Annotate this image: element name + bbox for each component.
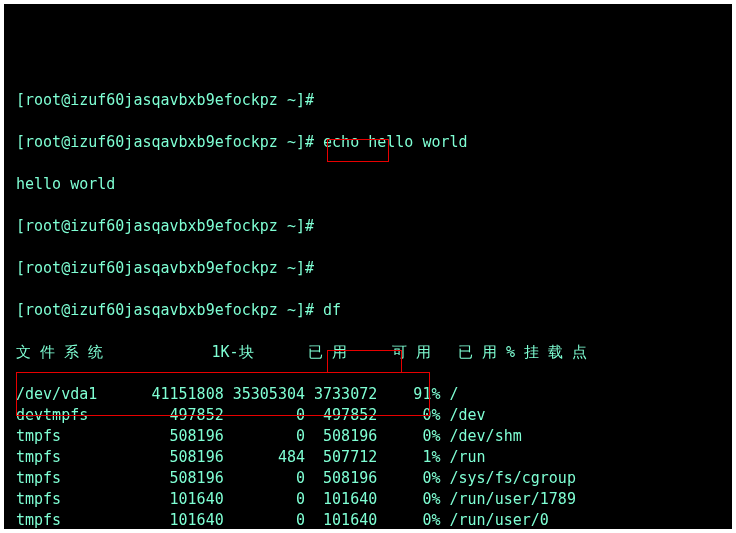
- prompt-line: [root@izuf60jasqavbxb9efockpz ~]#: [16, 216, 724, 237]
- blank-line: [16, 48, 724, 69]
- df-header: 文 件 系 统 1K-块 已 用 可 用 已 用 % 挂 载 点: [16, 342, 724, 363]
- prompt-line: [root@izuf60jasqavbxb9efockpz ~]#: [16, 258, 724, 279]
- prompt-line: [root@izuf60jasqavbxb9efockpz ~]# df: [16, 300, 724, 321]
- output-line: hello world: [16, 174, 724, 195]
- terminal-window[interactable]: [root@izuf60jasqavbxb9efockpz ~]# [root@…: [0, 0, 736, 533]
- prompt-line: [root@izuf60jasqavbxb9efockpz ~]# echo h…: [16, 132, 724, 153]
- prompt-line: [root@izuf60jasqavbxb9efockpz ~]#: [16, 90, 724, 111]
- command-text: df: [323, 301, 341, 319]
- command-text: echo hello world: [323, 133, 468, 151]
- df-output: /dev/vda1 41151808 35305304 3733072 91% …: [16, 385, 576, 529]
